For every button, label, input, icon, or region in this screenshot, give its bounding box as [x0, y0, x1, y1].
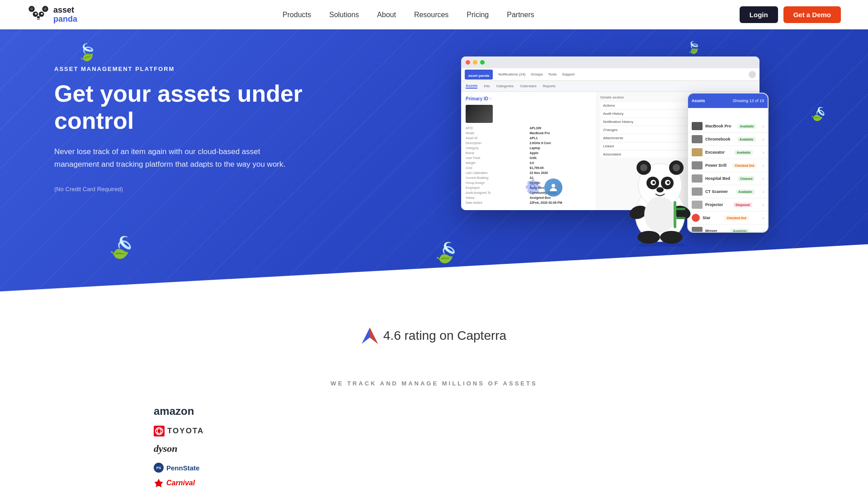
asset-icon-macbook: [692, 122, 703, 130]
brands-logos: amazon TOYOTA dyson PS P: [54, 405, 814, 488]
navbar-actions: Login Get a Demo: [740, 6, 841, 23]
svg-rect-30: [674, 201, 676, 228]
mockup-avatar: [749, 71, 756, 78]
svg-point-27: [637, 231, 660, 244]
svg-point-22: [652, 181, 655, 184]
status-badge-excavator: Available: [735, 150, 753, 155]
brands-section: WE TRACK AND MANAGE MILLIONS OF ASSETS a…: [0, 371, 868, 488]
brand-dyson: dyson: [154, 442, 194, 457]
svg-marker-41: [155, 479, 163, 487]
ratings-section: 🍃 4.6 rating on Capterra: [0, 291, 868, 371]
nav-pricing[interactable]: Pricing: [467, 11, 489, 19]
mockup-nav-notif: Notifications (24): [498, 72, 525, 76]
svg-rect-31: [676, 208, 685, 210]
nav-resources[interactable]: Resources: [414, 11, 448, 19]
nav-menu: Products Solutions About Resources Prici…: [283, 11, 534, 19]
mockup-tabs: Assets Kits Categories Calendars Reports: [461, 81, 760, 92]
gear-icons: [524, 178, 562, 197]
hero-title: Get your assets under control: [54, 80, 302, 135]
mockup-nav: asset panda Notifications (24) Groups To…: [461, 68, 760, 81]
brand-pennstate-text: PennState: [166, 464, 199, 472]
leaf-decoration-top-right: 🍃: [686, 41, 701, 55]
brand-carnival-text: Carnival: [166, 479, 195, 487]
mockup-nav-groups: Groups: [531, 72, 542, 76]
mockup-logo-text: asset panda: [468, 74, 489, 78]
detail-arrow: ›: [490, 97, 491, 101]
status-badge-ctscanner: Available: [736, 189, 754, 194]
brand-pennstate: PS PennState: [154, 463, 199, 473]
status-badge-mover: Available: [731, 229, 749, 233]
svg-point-23: [667, 181, 670, 184]
demo-button[interactable]: Get a Demo: [783, 6, 841, 23]
titlebar-dot-yellow: [473, 60, 477, 65]
nav-partners[interactable]: Partners: [507, 11, 534, 19]
svg-point-29: [644, 197, 676, 233]
svg-marker-35: [370, 328, 378, 344]
hero-left: ASSET MANAGEMENT PLATFORM Get your asset…: [54, 56, 302, 192]
status-badge-macbook: Available: [738, 124, 756, 129]
capterra-icon: [362, 328, 378, 344]
detail-header: Primary ID ›: [466, 96, 592, 101]
nav-solutions[interactable]: Solutions: [329, 11, 359, 19]
status-badge-chromebook: Available: [737, 137, 755, 142]
hero-title-line1: Get your assets under: [54, 80, 302, 107]
status-badge-projector: Disposed: [733, 202, 752, 207]
hero-label: ASSET MANAGEMENT PLATFORM: [54, 66, 302, 72]
asset-image: [466, 105, 493, 123]
brand-toyota: TOYOTA: [154, 426, 204, 436]
hero-title-line2: control: [54, 108, 134, 134]
hero-right-visual: asset panda Notifications (24) Groups To…: [461, 56, 814, 237]
capterra-rating-text: 4.6 rating on Capterra: [383, 328, 506, 343]
navbar: asset panda Products Solutions About Res…: [0, 0, 868, 29]
tab-reports: Reports: [543, 84, 556, 88]
svg-rect-32: [676, 217, 685, 219]
svg-point-28: [660, 231, 683, 244]
brand-amazon: amazon: [154, 405, 199, 420]
svg-point-10: [37, 16, 40, 18]
svg-point-17: [673, 164, 680, 171]
svg-point-11: [552, 184, 555, 188]
svg-point-4: [30, 7, 33, 10]
mobile-search-bar[interactable]: [691, 110, 765, 118]
logo-text-asset: asset: [53, 6, 77, 15]
svg-text:amazon: amazon: [154, 405, 194, 417]
profile-icon: [544, 178, 562, 197]
titlebar-dot-green: [480, 60, 485, 65]
mockup-titlebar: [461, 56, 760, 68]
svg-point-37: [156, 429, 163, 433]
mobile-topbar-count: Showing 13 of 19: [732, 99, 764, 103]
carnival-icon: [154, 478, 164, 488]
svg-point-24: [656, 187, 664, 192]
titlebar-dot-red: [466, 60, 470, 65]
mobile-row-macbook: MacBook Pro Available ›: [688, 120, 768, 133]
svg-point-5: [44, 7, 47, 10]
mockup-logo-nav: asset panda: [465, 70, 493, 80]
toyota-logo-box: [154, 426, 165, 436]
svg-point-9: [41, 13, 42, 14]
mobile-topbar: Assets Showing 13 of 19: [688, 94, 768, 108]
tab-categories: Categories: [496, 84, 514, 88]
pennstate-icon: PS: [154, 463, 164, 473]
detail-title-text: Primary ID: [466, 96, 488, 101]
nav-products[interactable]: Products: [283, 11, 311, 19]
logo-icon: [27, 4, 50, 26]
mockup-nav-tools: Tools: [548, 72, 557, 76]
status-badge-powerdrill: Checked Out: [732, 163, 756, 168]
hero-description: Never lose track of an item again with o…: [54, 145, 289, 172]
tab-calendars: Calendars: [520, 84, 536, 88]
mockup-nav-support: Support: [562, 72, 575, 76]
logo[interactable]: asset panda: [27, 4, 77, 26]
login-button[interactable]: Login: [740, 6, 778, 23]
svg-point-8: [35, 13, 37, 14]
status-badge-star: Checked Out: [724, 216, 748, 221]
svg-text:dyson: dyson: [154, 443, 178, 454]
tab-assets: Assets: [466, 84, 477, 89]
nav-about[interactable]: About: [377, 11, 396, 19]
status-badge-hospitalbed: Cleaned: [738, 176, 755, 181]
hero-content: ASSET MANAGEMENT PLATFORM Get your asset…: [54, 56, 814, 237]
gear-icon-large: [524, 178, 541, 195]
rating-wrapper: 4.6 rating on Capterra: [362, 328, 506, 344]
brand-carnival: Carnival: [154, 478, 195, 488]
mobile-topbar-title: Assets: [692, 99, 705, 103]
brands-label: WE TRACK AND MANAGE MILLIONS OF ASSETS: [54, 380, 814, 387]
